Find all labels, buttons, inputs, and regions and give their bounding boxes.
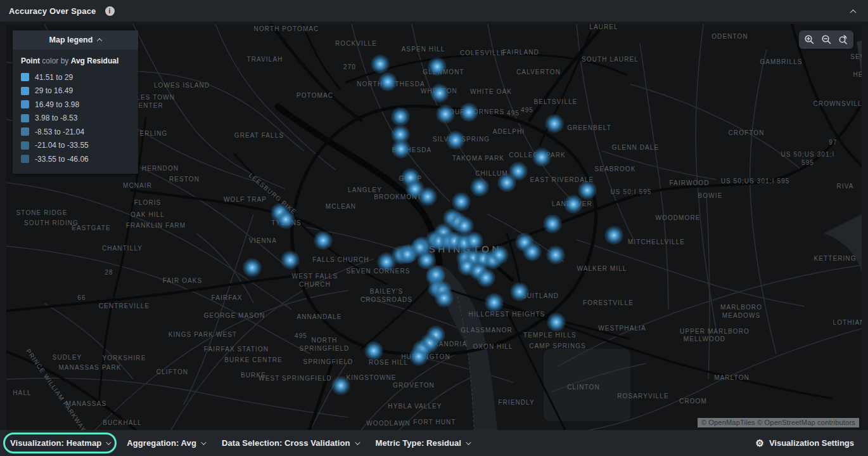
chevron-up-icon <box>850 9 857 15</box>
heat-point[interactable] <box>446 131 465 150</box>
heat-point[interactable] <box>364 341 383 360</box>
heat-point[interactable] <box>510 282 529 301</box>
heat-point[interactable] <box>564 195 583 214</box>
map-legend-header[interactable]: Map legend <box>13 30 138 49</box>
map-attribution[interactable]: © OpenMapTiles © OpenStreetMap contribut… <box>698 418 859 427</box>
gear-icon: ⚙ <box>755 438 763 448</box>
zoom-out-icon <box>821 34 832 45</box>
heat-point[interactable] <box>470 178 489 197</box>
heat-point[interactable] <box>371 55 390 74</box>
panel-header: Accuracy Over Space i <box>0 0 868 22</box>
toolbar-dropdown-label: Visualization: Heatmap <box>10 438 101 448</box>
heat-point[interactable] <box>546 245 565 264</box>
visualization-settings-label: Visualization Settings <box>769 438 854 448</box>
legend-swatch-icon <box>21 73 29 81</box>
toolbar-dropdowns: Visualization: HeatmapAggregation: AvgDa… <box>10 438 469 448</box>
heat-point[interactable] <box>436 105 455 124</box>
zoom-in-icon <box>804 34 815 45</box>
legend-swatch-icon <box>21 155 29 163</box>
toolbar-dropdown-visualization[interactable]: Visualization: Heatmap <box>10 438 110 448</box>
map-canvas[interactable]: NORTH POTOMACROCKVILLEASPEN HILLCOLESVIL… <box>6 24 862 430</box>
heat-point[interactable] <box>490 245 509 264</box>
page-title: Accuracy Over Space <box>9 6 96 16</box>
legend-item: -33.55 to -46.06 <box>21 152 130 166</box>
chevron-down-icon <box>355 440 360 445</box>
legend-swatch-icon <box>21 127 29 136</box>
legend-swatch-icon <box>21 87 29 95</box>
heat-point[interactable] <box>485 293 504 312</box>
heat-point[interactable] <box>331 376 350 395</box>
legend-swatch-icon <box>21 141 29 150</box>
heat-point[interactable] <box>497 173 516 192</box>
zoom-in-button[interactable] <box>803 33 816 46</box>
zoom-out-button[interactable] <box>820 33 833 46</box>
heat-point[interactable] <box>476 268 495 287</box>
chevron-down-icon <box>201 440 206 445</box>
heat-point[interactable] <box>532 148 551 167</box>
heat-point[interactable] <box>314 231 333 250</box>
toolbar-dropdown-metric-type[interactable]: Metric Type: Residual <box>376 438 470 448</box>
heat-point[interactable] <box>378 72 397 91</box>
heat-point[interactable] <box>464 231 483 251</box>
heat-point[interactable] <box>543 214 562 233</box>
chevron-down-icon <box>466 440 471 445</box>
reset-zoom-icon <box>838 34 848 45</box>
heat-point[interactable] <box>281 251 300 270</box>
heat-point[interactable] <box>604 226 623 245</box>
heat-point[interactable] <box>398 245 417 264</box>
legend-item-label: -8.53 to -21.04 <box>35 127 84 136</box>
legend-swatch-icon <box>21 114 29 122</box>
heat-point[interactable] <box>545 114 564 133</box>
reset-zoom-button[interactable] <box>836 33 850 46</box>
heat-point[interactable] <box>459 103 478 122</box>
map-legend-title: Map legend <box>49 36 93 44</box>
visualization-settings-button[interactable]: ⚙ Visualization Settings <box>751 438 858 448</box>
heat-point[interactable] <box>428 57 447 76</box>
legend-item: 3.98 to -8.53 <box>21 112 130 126</box>
legend-item-label: 16.49 to 3.98 <box>35 100 79 109</box>
heat-point[interactable] <box>418 187 437 206</box>
map-legend-rows: 41.51 to 2929 to 16.4916.49 to 3.983.98 … <box>13 68 138 174</box>
heat-point[interactable] <box>430 84 449 103</box>
heat-point[interactable] <box>523 242 542 261</box>
legend-item-label: -33.55 to -46.06 <box>35 155 89 164</box>
toolbar-dropdown-label: Metric Type: Residual <box>376 438 462 448</box>
legend-point-label: Point <box>21 56 40 65</box>
chevron-up-icon <box>97 38 102 43</box>
heat-point[interactable] <box>409 347 428 366</box>
map-legend-subtitle: Point color by Avg Residual <box>13 49 138 68</box>
heat-point[interactable] <box>391 107 410 126</box>
info-icon[interactable]: i <box>105 6 115 16</box>
collapse-panel-button[interactable] <box>847 4 859 18</box>
toolbar-dropdown-label: Aggregation: Avg <box>127 438 196 448</box>
legend-item: 16.49 to 3.98 <box>21 98 130 112</box>
bottom-toolbar: Visualization: HeatmapAggregation: AvgDa… <box>0 430 868 456</box>
legend-item-label: 41.51 to 29 <box>35 73 73 82</box>
legend-swatch-icon <box>21 100 29 108</box>
map-zoom-controls <box>799 30 853 49</box>
heat-point[interactable] <box>276 210 295 229</box>
legend-item: 29 to 16.49 <box>21 84 130 98</box>
map-legend: Map legend Point color by Avg Residual 4… <box>13 30 138 174</box>
legend-item-label: 3.98 to -8.53 <box>35 114 77 122</box>
legend-item-label: 29 to 16.49 <box>35 86 73 95</box>
legend-item: -21.04 to -33.55 <box>21 139 130 153</box>
heat-point[interactable] <box>435 289 454 308</box>
heat-point[interactable] <box>243 258 262 277</box>
legend-color-by-label: color by <box>40 56 71 65</box>
toolbar-dropdown-data-selection[interactable]: Data Selection: Cross Validation <box>222 438 359 448</box>
legend-item: -8.53 to -21.04 <box>21 125 130 139</box>
legend-item: 41.51 to 29 <box>21 70 130 84</box>
chevron-down-icon <box>106 440 111 445</box>
legend-item-label: -21.04 to -33.55 <box>35 141 89 150</box>
legend-field-label: Avg Residual <box>71 56 119 65</box>
toolbar-dropdown-aggregation[interactable]: Aggregation: Avg <box>127 438 205 448</box>
heat-point[interactable] <box>578 181 597 200</box>
heat-point[interactable] <box>392 140 411 159</box>
heat-point[interactable] <box>547 313 566 332</box>
toolbar-dropdown-label: Data Selection: Cross Validation <box>222 438 350 448</box>
